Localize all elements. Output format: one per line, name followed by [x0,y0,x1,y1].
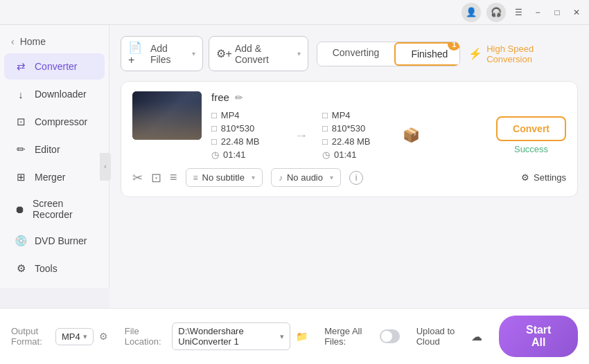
output-format-field: Output Format: MP4 ▾ ⚙ [11,326,108,347]
src-duration-line: ◷ 01:41 [211,149,281,160]
file-info: free ✏ □ MP4 □ 810*530 [211,91,566,160]
src-size-line: □ 22.48 MB [211,136,281,147]
dst-format-box: □ MP4 □ 810*530 □ 22.48 MB [322,110,392,160]
sidebar-collapse-btn[interactable]: ‹ [100,153,111,181]
sidebar-item-label-merger: Merger [35,172,65,183]
src-format-value: MP4 [221,110,240,120]
main-content: 📄+ Add Files ▾ ⚙+ Add & Convert ▾ Conver… [109,25,589,308]
sidebar-item-downloader[interactable]: ↓ Downloader [4,81,105,107]
file-location-folder-icon[interactable]: 📁 [296,331,308,342]
output-format-label: Output Format: [11,326,50,347]
add-files-dropdown-icon[interactable]: ▾ [192,50,195,57]
merge-toggle[interactable] [380,329,400,343]
thumbnail-overlay [132,102,202,140]
file-name: free [211,91,229,103]
audio-label: No audio [287,172,323,183]
dst-format-line: □ MP4 [322,110,392,120]
profile-icon[interactable]: 👤 [461,3,481,22]
high-speed-label: High Speed Conversion [486,44,578,64]
help-icon[interactable]: 🎧 [486,3,506,22]
compressor-icon: ⊡ [14,115,28,129]
close-btn[interactable]: ✕ [570,6,583,19]
cloud-icon[interactable]: ☁ [471,330,482,343]
minimize-btn[interactable]: − [531,6,545,19]
output-format-settings-icon[interactable]: ⚙ [99,331,108,342]
sidebar-item-merger[interactable]: ⊞ Merger [4,164,105,190]
merger-icon: ⊞ [14,170,28,184]
audio-dropdown[interactable]: ♪ No audio ▾ [271,168,341,187]
subtitle-dropdown[interactable]: ≡ No subtitle ▾ [186,168,263,187]
file-location-label: File Location: [125,326,166,347]
sidebar-item-label-screen-recorder: Screen Recorder [33,198,95,220]
maximize-btn[interactable]: □ [550,6,564,19]
sidebar-item-label-compressor: Compressor [35,116,87,127]
menu-icon[interactable]: ☰ [511,6,525,19]
topbar: 📄+ Add Files ▾ ⚙+ Add & Convert ▾ Conver… [121,36,578,71]
sidebar-item-screen-recorder[interactable]: ⏺ Screen Recorder [4,192,105,226]
add-convert-icon: ⚙+ [216,47,232,60]
merge-label: Merge All Files: [324,326,374,347]
convert-action: Convert Success [496,116,566,154]
src-format-box: □ MP4 □ 810*530 □ 22.48 MB [211,110,281,160]
file-row: free ✏ □ MP4 □ 810*530 [132,91,566,160]
high-speed-btn[interactable]: ⚡ High Speed Conversion [468,44,578,64]
conversion-arrow: → [286,127,317,143]
src-resolution-value: 810*530 [221,123,254,134]
titlebar: 👤 🎧 ☰ − □ ✕ [0,0,589,25]
output-format-dropdown[interactable]: MP4 ▾ [55,328,94,345]
dst-format-icon: □ [322,110,328,120]
subtitle-row: ✂ ⊡ ≡ ≡ No subtitle ▾ ♪ No audio ▾ i ⚙ S… [132,168,566,187]
sidebar-item-converter[interactable]: ⇄ Converter [4,53,105,80]
add-files-label: Add Files [150,43,189,65]
dst-size-line: □ 22.48 MB [322,136,392,147]
edit-icon[interactable]: ✏ [235,92,243,103]
src-resolution-line: □ 810*530 [211,123,281,134]
scissors-icon[interactable]: ✂ [132,170,143,185]
back-chevron-icon: ‹ [11,36,15,47]
dst-size-value: 22.48 MB [332,136,371,147]
dst-size-icon: □ [322,136,328,147]
src-duration-icon: ◷ [211,149,219,160]
sidebar-item-label-downloader: Downloader [35,89,87,100]
sidebar-item-dvd-burner[interactable]: 💿 DVD Burner [4,228,105,254]
device-icon: 📦 [397,127,425,143]
downloader-icon: ↓ [14,87,28,101]
src-resolution-icon: □ [211,123,217,134]
dst-resolution-value: 810*530 [332,123,365,134]
sidebar-wrapper: ‹ Home ⇄ Converter ↓ Downloader ⊡ Compre… [0,25,109,308]
add-convert-dropdown-icon[interactable]: ▾ [297,50,301,57]
file-location-dropdown[interactable]: D:\Wondershare UniConverter 1 ▾ [172,322,290,350]
src-format-line: □ MP4 [211,110,281,120]
home-nav[interactable]: ‹ Home [0,30,109,53]
file-thumbnail [132,91,202,140]
info-icon[interactable]: i [349,171,363,185]
start-all-button[interactable]: Start All [499,316,578,357]
success-badge: Success [514,144,548,154]
tab-group: Converting Finished 1 [317,42,460,66]
file-card: free ✏ □ MP4 □ 810*530 [121,81,578,197]
add-files-btn[interactable]: 📄+ Add Files ▾ [121,36,203,71]
crop-icon[interactable]: ⊡ [151,170,161,185]
effects-icon[interactable]: ≡ [170,170,177,185]
add-convert-label: Add & Convert [235,43,294,65]
merge-row: Merge All Files: [324,326,400,347]
dst-duration-line: ◷ 01:41 [322,149,392,160]
dvd-burner-icon: 💿 [14,234,28,248]
sidebar-item-compressor[interactable]: ⊡ Compressor [4,109,105,135]
file-title-row: free ✏ [211,91,566,103]
tab-finished-label: Finished [411,48,448,60]
convert-button[interactable]: Convert [496,116,566,141]
sidebar-item-label-tools: Tools [35,263,58,274]
settings-button[interactable]: ⚙ Settings [521,172,566,183]
sidebar-item-editor[interactable]: ✏ Editor [4,136,105,163]
tools-icon: ⚙ [14,262,28,275]
src-duration-value: 01:41 [223,149,246,160]
converter-icon: ⇄ [14,60,28,73]
upload-cloud-row: Upload to Cloud ☁ [416,326,483,347]
add-convert-btn[interactable]: ⚙+ Add & Convert ▾ [209,36,308,71]
tab-finished[interactable]: Finished 1 [394,42,460,66]
audio-dropdown-arrow: ▾ [330,174,333,181]
output-format-arrow-icon: ▾ [83,332,87,341]
sidebar-item-tools[interactable]: ⚙ Tools [4,255,105,282]
tab-converting[interactable]: Converting [317,42,395,66]
